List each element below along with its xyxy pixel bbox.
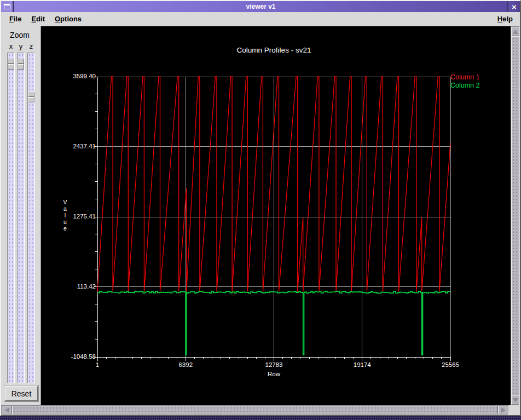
vertical-scrollbar[interactable] bbox=[511, 26, 520, 405]
plot-canvas[interactable]: 163921278319174255653599.402437.411275.4… bbox=[41, 26, 511, 405]
x-axis-label: Row bbox=[258, 371, 291, 377]
horizontal-scroll-thumb[interactable] bbox=[12, 406, 498, 415]
close-icon: × bbox=[512, 3, 517, 11]
scroll-left-button[interactable] bbox=[2, 406, 12, 415]
scroll-down-button[interactable] bbox=[511, 395, 519, 405]
y-tick-label: 2437.41 bbox=[62, 143, 96, 149]
zoom-slider-y-thumb[interactable] bbox=[18, 59, 24, 70]
x-tick-label: 25565 bbox=[434, 361, 467, 368]
window-glyph-icon bbox=[4, 4, 10, 9]
arrow-up-icon bbox=[513, 30, 518, 34]
horizontal-scrollbar[interactable] bbox=[1, 405, 509, 415]
menu-item-help[interactable]: Help bbox=[493, 13, 518, 25]
menubar: FileEditOptionsHelp bbox=[1, 12, 520, 26]
zoom-slider-z-thumb[interactable] bbox=[28, 91, 34, 102]
zoom-slider-x[interactable] bbox=[7, 53, 15, 383]
menu-item-options[interactable]: Options bbox=[50, 13, 86, 25]
window-menu-button[interactable] bbox=[1, 1, 14, 12]
scroll-right-button[interactable] bbox=[498, 406, 508, 415]
screen: viewer v1 × FileEditOptionsHelp Zoom x y… bbox=[0, 0, 521, 420]
slider-label-x: x bbox=[7, 42, 15, 50]
zoom-slider-y[interactable] bbox=[17, 53, 25, 383]
zoom-slider-z[interactable] bbox=[27, 53, 35, 383]
y-tick-label: -1048.58 bbox=[62, 353, 96, 360]
x-tick-label: 19174 bbox=[346, 361, 379, 368]
x-tick-label: 6392 bbox=[169, 361, 202, 368]
slider-label-z: z bbox=[27, 42, 35, 50]
legend: Column 1Column 2 bbox=[450, 73, 480, 90]
scrollbar-corner bbox=[509, 405, 520, 415]
bottom-bar bbox=[1, 405, 520, 415]
zoom-panel-title: Zoom bbox=[1, 31, 38, 39]
chart-title: Column Profiles - sv21 bbox=[237, 46, 311, 54]
arrow-down-icon bbox=[513, 398, 518, 402]
legend-label: Column 2 bbox=[450, 82, 480, 90]
chart-svg bbox=[41, 26, 511, 405]
y-tick-label: 113.42 bbox=[62, 283, 96, 290]
slider-label-y: y bbox=[17, 42, 25, 50]
titlebar: viewer v1 × bbox=[1, 1, 520, 12]
menu-item-edit[interactable]: Edit bbox=[26, 13, 50, 25]
titlebar-drag-area[interactable]: viewer v1 bbox=[14, 1, 507, 12]
legend-label: Column 1 bbox=[450, 73, 480, 82]
x-tick-label: 12783 bbox=[258, 361, 291, 368]
zoom-slider-x-thumb[interactable] bbox=[8, 59, 14, 70]
arrow-left-icon bbox=[5, 407, 9, 413]
desktop-background bbox=[0, 416, 521, 420]
menu-item-file[interactable]: File bbox=[4, 13, 26, 25]
content-area: Zoom x y z Reset 16392127831917425565359… bbox=[1, 26, 520, 405]
scroll-up-button[interactable] bbox=[511, 27, 519, 36]
close-button[interactable]: × bbox=[507, 1, 520, 12]
window-title: viewer v1 bbox=[246, 3, 275, 10]
x-tick-label: 1 bbox=[81, 361, 114, 368]
y-tick-label: 3599.40 bbox=[62, 73, 96, 79]
vertical-scroll-thumb[interactable] bbox=[511, 36, 519, 395]
y-axis-label: Value bbox=[62, 199, 68, 232]
zoom-panel: Zoom x y z Reset bbox=[1, 26, 41, 405]
reset-button[interactable]: Reset bbox=[4, 386, 38, 401]
viewer-window: viewer v1 × FileEditOptionsHelp Zoom x y… bbox=[0, 0, 521, 416]
arrow-right-icon bbox=[501, 407, 506, 413]
